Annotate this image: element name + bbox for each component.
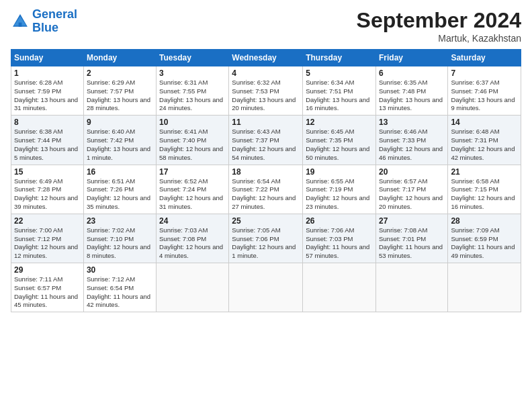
day-number: 21 (451, 167, 518, 177)
day-number: 10 (159, 118, 226, 127)
day-number: 19 (306, 167, 373, 177)
day-number: 28 (451, 216, 518, 226)
location: Martuk, Kazakhstan (357, 33, 521, 44)
calendar-cell: 28Sunrise: 7:09 AMSunset: 6:59 PMDayligh… (448, 214, 521, 263)
day-info: Sunrise: 6:45 AMSunset: 7:35 PMDaylight:… (306, 128, 373, 162)
calendar-cell: 22Sunrise: 7:00 AMSunset: 7:12 PMDayligh… (11, 214, 84, 263)
day-info: Sunrise: 6:35 AMSunset: 7:48 PMDaylight:… (379, 79, 445, 113)
day-number: 24 (159, 216, 226, 226)
svg-rect-2 (19, 22, 22, 26)
calendar-cell: 10Sunrise: 6:41 AMSunset: 7:40 PMDayligh… (157, 116, 229, 165)
logo-text: General Blue (32, 8, 77, 35)
weekday-header-saturday: Saturday (448, 50, 521, 66)
day-info: Sunrise: 6:46 AMSunset: 7:33 PMDaylight:… (379, 128, 445, 162)
month-title: September 2024 (357, 8, 521, 33)
day-info: Sunrise: 7:05 AMSunset: 7:06 PMDaylight:… (232, 226, 300, 261)
calendar-cell: 17Sunrise: 6:52 AMSunset: 7:24 PMDayligh… (157, 165, 229, 214)
day-number: 14 (451, 118, 518, 127)
week-row-5: 29Sunrise: 7:11 AMSunset: 6:57 PMDayligh… (11, 263, 521, 312)
day-number: 7 (451, 68, 518, 78)
day-number: 11 (232, 118, 300, 127)
calendar-cell: 5Sunrise: 6:34 AMSunset: 7:51 PMDaylight… (303, 66, 376, 116)
logo-icon (11, 12, 30, 31)
day-number: 15 (14, 167, 81, 177)
calendar-cell: 6Sunrise: 6:35 AMSunset: 7:48 PMDaylight… (375, 66, 447, 116)
day-number: 1 (14, 68, 81, 78)
day-info: Sunrise: 7:08 AMSunset: 7:01 PMDaylight:… (379, 226, 445, 261)
calendar-cell: 21Sunrise: 6:58 AMSunset: 7:15 PMDayligh… (448, 165, 521, 214)
page: General Blue September 2024 Martuk, Kaza… (0, 0, 532, 411)
day-number: 20 (379, 167, 445, 177)
calendar-cell: 14Sunrise: 6:48 AMSunset: 7:31 PMDayligh… (448, 116, 521, 165)
day-info: Sunrise: 7:02 AMSunset: 7:10 PMDaylight:… (87, 226, 153, 261)
day-info: Sunrise: 7:06 AMSunset: 7:03 PMDaylight:… (306, 226, 373, 261)
calendar-cell: 15Sunrise: 6:49 AMSunset: 7:28 PMDayligh… (11, 165, 84, 214)
day-info: Sunrise: 6:40 AMSunset: 7:42 PMDaylight:… (87, 128, 153, 162)
day-number: 8 (14, 118, 81, 127)
weekday-header-sunday: Sunday (11, 50, 84, 66)
day-info: Sunrise: 7:09 AMSunset: 6:59 PMDaylight:… (451, 226, 518, 261)
day-number: 12 (306, 118, 373, 127)
day-info: Sunrise: 6:58 AMSunset: 7:15 PMDaylight:… (451, 177, 518, 212)
day-info: Sunrise: 7:11 AMSunset: 6:57 PMDaylight:… (14, 275, 81, 310)
weekday-header-monday: Monday (83, 50, 156, 66)
week-row-4: 22Sunrise: 7:00 AMSunset: 7:12 PMDayligh… (11, 214, 521, 263)
calendar-cell (157, 263, 229, 312)
day-info: Sunrise: 6:49 AMSunset: 7:28 PMDaylight:… (14, 177, 81, 212)
weekday-header-wednesday: Wednesday (229, 50, 303, 66)
calendar-cell: 8Sunrise: 6:38 AMSunset: 7:44 PMDaylight… (11, 116, 84, 165)
day-info: Sunrise: 6:34 AMSunset: 7:51 PMDaylight:… (306, 79, 373, 113)
day-number: 18 (232, 167, 300, 177)
calendar-cell: 20Sunrise: 6:57 AMSunset: 7:17 PMDayligh… (375, 165, 447, 214)
calendar-cell: 4Sunrise: 6:32 AMSunset: 7:53 PMDaylight… (229, 66, 303, 116)
calendar-cell: 23Sunrise: 7:02 AMSunset: 7:10 PMDayligh… (83, 214, 156, 263)
day-info: Sunrise: 6:48 AMSunset: 7:31 PMDaylight:… (451, 128, 518, 162)
calendar-cell (448, 263, 521, 312)
day-number: 25 (232, 216, 300, 226)
weekday-header-tuesday: Tuesday (157, 50, 229, 66)
calendar-cell: 27Sunrise: 7:08 AMSunset: 7:01 PMDayligh… (375, 214, 447, 263)
calendar-cell: 30Sunrise: 7:12 AMSunset: 6:54 PMDayligh… (83, 263, 156, 312)
day-number: 23 (87, 216, 153, 226)
calendar-cell: 1Sunrise: 6:28 AMSunset: 7:59 PMDaylight… (11, 66, 84, 116)
calendar-cell: 18Sunrise: 6:54 AMSunset: 7:22 PMDayligh… (229, 165, 303, 214)
day-info: Sunrise: 6:55 AMSunset: 7:19 PMDaylight:… (306, 177, 373, 212)
day-info: Sunrise: 6:41 AMSunset: 7:40 PMDaylight:… (159, 128, 226, 162)
calendar-cell: 9Sunrise: 6:40 AMSunset: 7:42 PMDaylight… (83, 116, 156, 165)
day-number: 13 (379, 118, 445, 127)
week-row-3: 15Sunrise: 6:49 AMSunset: 7:28 PMDayligh… (11, 165, 521, 214)
day-number: 22 (14, 216, 81, 226)
day-info: Sunrise: 6:31 AMSunset: 7:55 PMDaylight:… (159, 79, 226, 113)
day-info: Sunrise: 6:38 AMSunset: 7:44 PMDaylight:… (14, 128, 81, 162)
title-block: September 2024 Martuk, Kazakhstan (357, 8, 521, 44)
day-number: 2 (87, 68, 153, 78)
day-info: Sunrise: 7:00 AMSunset: 7:12 PMDaylight:… (14, 226, 81, 261)
day-number: 9 (87, 118, 153, 127)
calendar-cell: 11Sunrise: 6:43 AMSunset: 7:37 PMDayligh… (229, 116, 303, 165)
day-info: Sunrise: 6:54 AMSunset: 7:22 PMDaylight:… (232, 177, 300, 212)
calendar-cell: 24Sunrise: 7:03 AMSunset: 7:08 PMDayligh… (157, 214, 229, 263)
day-number: 27 (379, 216, 445, 226)
day-number: 30 (87, 265, 153, 275)
calendar-cell: 13Sunrise: 6:46 AMSunset: 7:33 PMDayligh… (375, 116, 447, 165)
calendar-cell (303, 263, 376, 312)
calendar-cell: 7Sunrise: 6:37 AMSunset: 7:46 PMDaylight… (448, 66, 521, 116)
day-info: Sunrise: 6:32 AMSunset: 7:53 PMDaylight:… (232, 79, 300, 113)
day-number: 5 (306, 68, 373, 78)
day-number: 29 (14, 265, 81, 275)
week-row-1: 1Sunrise: 6:28 AMSunset: 7:59 PMDaylight… (11, 66, 521, 116)
calendar-body: 1Sunrise: 6:28 AMSunset: 7:59 PMDaylight… (11, 66, 521, 312)
calendar-cell: 16Sunrise: 6:51 AMSunset: 7:26 PMDayligh… (83, 165, 156, 214)
weekday-header-friday: Friday (375, 50, 447, 66)
calendar-cell: 19Sunrise: 6:55 AMSunset: 7:19 PMDayligh… (303, 165, 376, 214)
calendar-cell: 12Sunrise: 6:45 AMSunset: 7:35 PMDayligh… (303, 116, 376, 165)
weekday-header-thursday: Thursday (303, 50, 376, 66)
day-info: Sunrise: 6:43 AMSunset: 7:37 PMDaylight:… (232, 128, 300, 162)
day-info: Sunrise: 6:37 AMSunset: 7:46 PMDaylight:… (451, 79, 518, 113)
day-info: Sunrise: 6:51 AMSunset: 7:26 PMDaylight:… (87, 177, 153, 212)
day-info: Sunrise: 6:28 AMSunset: 7:59 PMDaylight:… (14, 79, 81, 113)
day-info: Sunrise: 7:12 AMSunset: 6:54 PMDaylight:… (87, 275, 153, 310)
day-info: Sunrise: 7:03 AMSunset: 7:08 PMDaylight:… (159, 226, 226, 261)
day-number: 4 (232, 68, 300, 78)
day-number: 16 (87, 167, 153, 177)
